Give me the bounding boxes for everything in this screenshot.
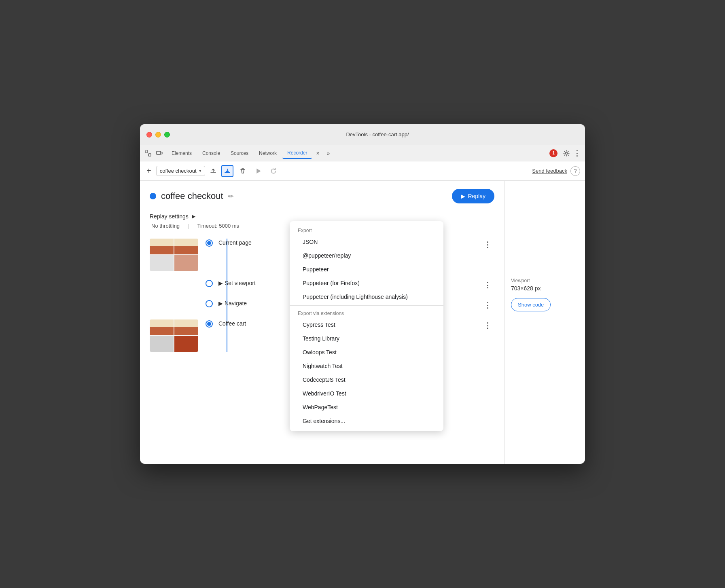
help-button[interactable]: ? xyxy=(570,166,580,176)
dropdown-item-cypress[interactable]: Cypress Test xyxy=(290,318,443,332)
tab-close-icon[interactable]: × xyxy=(313,148,322,158)
delete-button[interactable] xyxy=(237,165,249,177)
dropdown-item-puppeteer-firefox[interactable]: Puppeteer (for Firefox) xyxy=(290,276,443,290)
recording-selector[interactable]: coffee checkout ▾ xyxy=(156,166,205,176)
viewport-value: 703×628 px xyxy=(511,285,579,292)
dropdown-item-codeceptjs[interactable]: CodeceptJS Test xyxy=(290,373,443,387)
main-content: coffee checkout ✏ ▶ Replay Replay settin… xyxy=(140,181,585,464)
replay-settings-row[interactable]: Replay settings ▶ xyxy=(150,213,494,220)
tab-elements[interactable]: Elements xyxy=(167,148,197,159)
step-dot xyxy=(206,281,212,286)
maximize-button[interactable] xyxy=(164,132,170,137)
export-up-icon[interactable] xyxy=(208,166,218,176)
svg-marker-5 xyxy=(257,169,260,173)
dropdown-item-testing-library[interactable]: Testing Library xyxy=(290,332,443,345)
step-thumbnail xyxy=(150,319,198,352)
play-button[interactable] xyxy=(252,165,264,177)
recording-header: coffee checkout ✏ ▶ Replay xyxy=(150,189,494,203)
dropdown-divider xyxy=(290,305,443,306)
chevron-down-icon: ▾ xyxy=(199,168,201,173)
right-panel: Viewport 703×628 px Show code xyxy=(504,181,585,464)
traffic-lights xyxy=(146,132,170,137)
settings-icon[interactable] xyxy=(562,148,571,158)
svg-point-4 xyxy=(566,152,568,154)
devtools-window: DevTools - coffee-cart.app/ Elements Con… xyxy=(140,124,585,464)
step-dot xyxy=(206,321,212,327)
recording-indicator xyxy=(150,193,156,199)
edit-title-icon[interactable]: ✏ xyxy=(228,192,233,200)
timeout-label: Timeout: 5000 ms xyxy=(195,223,241,229)
replay-play-icon: ▶ xyxy=(461,193,465,199)
dropdown-item-webpagetest[interactable]: WebPageTest xyxy=(290,400,443,414)
show-code-button[interactable]: Show code xyxy=(511,298,551,311)
tab-recorder[interactable]: Recorder xyxy=(282,148,312,159)
tab-console[interactable]: Console xyxy=(197,148,225,159)
export-extensions-label: Export via extensions xyxy=(290,307,443,318)
download-export-button[interactable] xyxy=(221,165,233,177)
recording-title: coffee checkout xyxy=(161,191,223,201)
more-tabs-icon[interactable]: » xyxy=(323,148,333,158)
svg-rect-0 xyxy=(145,150,148,153)
refresh-button[interactable] xyxy=(267,165,280,177)
step-more-menu[interactable]: ⋮ xyxy=(481,279,494,291)
step-thumbnail xyxy=(150,239,198,271)
export-section-label: Export xyxy=(290,224,443,235)
tab-icons xyxy=(143,148,164,158)
settings-label: Replay settings xyxy=(150,213,189,220)
dropdown-item-puppeteer-lighthouse[interactable]: Puppeteer (including Lighthouse analysis… xyxy=(290,290,443,304)
recorder-toolbar: + coffee checkout ▾ xyxy=(140,161,585,181)
minimize-button[interactable] xyxy=(155,132,161,137)
tab-network[interactable]: Network xyxy=(254,148,282,159)
dropdown-item-json[interactable]: JSON xyxy=(290,235,443,249)
dropdown-item-owloops[interactable]: Owloops Test xyxy=(290,345,443,359)
svg-rect-3 xyxy=(161,152,162,154)
add-recording-button[interactable]: + xyxy=(145,165,153,177)
title-bar: DevTools - coffee-cart.app/ xyxy=(140,124,585,145)
svg-rect-2 xyxy=(157,151,161,154)
tab-sources[interactable]: Sources xyxy=(226,148,253,159)
settings-expand-icon: ▶ xyxy=(192,214,195,219)
inspector-icon[interactable] xyxy=(143,148,153,158)
dropdown-item-nightwatch[interactable]: Nightwatch Test xyxy=(290,359,443,373)
devtools-tab-bar: Elements Console Sources Network Recorde… xyxy=(140,145,585,161)
dropdown-item-puppeteer[interactable]: Puppeteer xyxy=(290,262,443,276)
dropdown-item-get-extensions[interactable]: Get extensions... xyxy=(290,414,443,428)
error-badge: 1 xyxy=(549,149,558,157)
step-more-menu[interactable]: ⋮ xyxy=(481,319,494,332)
svg-rect-1 xyxy=(148,154,151,156)
throttling-label: No throttling xyxy=(150,223,181,229)
step-more-menu[interactable]: ⋮ xyxy=(481,299,494,311)
dropdown-item-puppeteer-replay[interactable]: @puppeteer/replay xyxy=(290,249,443,262)
viewport-label: Viewport xyxy=(511,278,579,283)
recording-name: coffee checkout xyxy=(160,168,197,174)
step-dot xyxy=(206,240,212,246)
device-toggle-icon[interactable] xyxy=(155,148,164,158)
kebab-menu-icon[interactable]: ⋮ xyxy=(572,148,582,158)
step-more-menu[interactable]: ⋮ xyxy=(481,239,494,251)
step-dot xyxy=(206,301,212,307)
close-button[interactable] xyxy=(146,132,152,137)
dropdown-item-webdriverio[interactable]: WebdriverIO Test xyxy=(290,387,443,400)
send-feedback-link[interactable]: Send feedback xyxy=(532,168,567,174)
replay-button[interactable]: ▶ Replay xyxy=(452,189,494,203)
window-title: DevTools - coffee-cart.app/ xyxy=(176,131,579,137)
export-dropdown: Export JSON @puppeteer/replay Puppeteer … xyxy=(290,221,443,431)
